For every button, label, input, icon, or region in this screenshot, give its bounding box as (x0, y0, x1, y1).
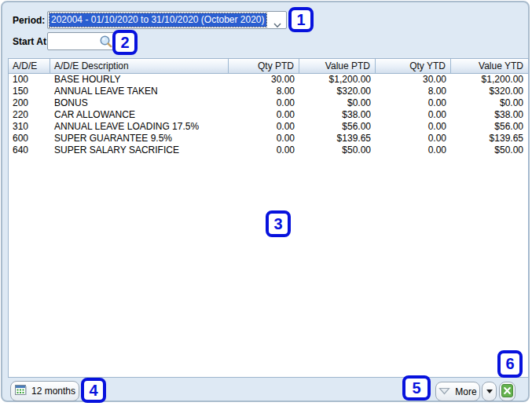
start-at-label: Start At: (13, 33, 50, 50)
table-row[interactable]: 150 ANNUAL LEAVE TAKEN 8.00 $320.00 8.00… (9, 86, 528, 97)
down-triangle-icon (438, 386, 450, 397)
cell-qty-ptd: 0.00 (229, 109, 299, 121)
period-combobox[interactable]: 202004 - 01/10/2020 to 31/10/2020 (Octob… (47, 11, 287, 29)
cell-description: ANNUAL LEAVE TAKEN (50, 86, 229, 97)
cell-qty-ptd: 0.00 (229, 97, 299, 109)
period-selected-value: 202004 - 01/10/2020 to 31/10/2020 (Octob… (50, 13, 266, 27)
column-header-value-ytd[interactable]: Value YTD (451, 59, 528, 73)
cell-value-ptd: $1,200.00 (299, 74, 376, 86)
twelve-months-button[interactable]: 12 months (10, 381, 79, 401)
cell-description: SUPER SALARY SACRIFICE (50, 144, 229, 156)
more-button[interactable]: More (435, 382, 480, 401)
cell-qty-ytd: 8.00 (376, 86, 451, 97)
annotation-callout-3: 3 (266, 210, 291, 237)
calendar-grid-icon (14, 384, 28, 398)
cell-description: SUPER GUARANTEE 9.5% (50, 133, 229, 144)
chevron-down-icon (273, 17, 281, 31)
cell-value-ytd: $139.65 (451, 133, 528, 144)
annotation-callout-5: 5 (402, 375, 431, 401)
cell-description: BASE HOURLY (50, 74, 229, 86)
cell-value-ytd: $38.00 (451, 109, 528, 121)
cell-qty-ptd: 30.00 (229, 74, 299, 86)
table-row[interactable]: 220 CAR ALLOWANCE 0.00 $38.00 0.00 $38.0… (9, 109, 528, 121)
cell-qty-ptd: 0.00 (229, 121, 299, 133)
cell-qty-ytd: 0.00 (376, 144, 451, 156)
cell-ade: 200 (9, 97, 50, 109)
cell-ade: 100 (9, 74, 50, 86)
annotation-callout-2: 2 (112, 30, 138, 55)
dropdown-arrow-icon (486, 390, 493, 393)
cell-value-ptd: $0.00 (299, 97, 376, 109)
cell-ade: 600 (9, 133, 50, 144)
cell-qty-ytd: 30.00 (376, 74, 451, 86)
excel-export-icon (501, 384, 513, 400)
grid-panel: Period: 202004 - 01/10/2020 to 31/10/202… (1, 1, 530, 402)
table-row[interactable]: 640 SUPER SALARY SACRIFICE 0.00 $50.00 0… (9, 144, 528, 156)
column-header-qty-ptd[interactable]: Qty PTD (229, 59, 299, 73)
table-header: A/D/E A/D/E Description Qty PTD Value PT… (9, 59, 528, 74)
cell-qty-ytd: 0.00 (376, 121, 451, 133)
cell-qty-ptd: 8.00 (229, 86, 299, 97)
cell-ade: 220 (9, 109, 50, 121)
annotation-callout-6: 6 (497, 350, 523, 378)
cell-value-ptd: $139.65 (299, 133, 376, 144)
column-header-description[interactable]: A/D/E Description (50, 59, 229, 73)
cell-value-ptd: $56.00 (299, 121, 376, 133)
table-row[interactable]: 200 BONUS 0.00 $0.00 0.00 $0.00 (9, 97, 528, 109)
column-header-value-ptd[interactable]: Value PTD (299, 59, 376, 73)
cell-value-ytd: $1,200.00 (451, 74, 528, 86)
cell-description: BONUS (50, 97, 229, 109)
cell-qty-ptd: 0.00 (229, 144, 299, 156)
cell-qty-ytd: 0.00 (376, 97, 451, 109)
cell-ade: 150 (9, 86, 50, 97)
excel-export-button[interactable] (499, 382, 515, 401)
twelve-months-label: 12 months (31, 386, 75, 397)
column-header-ade[interactable]: A/D/E (9, 59, 50, 73)
cell-value-ptd: $320.00 (299, 86, 376, 97)
column-header-qty-ytd[interactable]: Qty YTD (376, 59, 451, 73)
start-at-field (47, 32, 116, 50)
start-at-input[interactable] (50, 35, 97, 48)
cell-value-ptd: $38.00 (299, 109, 376, 121)
table-row[interactable]: 600 SUPER GUARANTEE 9.5% 0.00 $139.65 0.… (9, 133, 528, 144)
cell-value-ytd: $56.00 (451, 121, 528, 133)
period-label: Period: (13, 12, 45, 29)
magnifier-icon[interactable] (99, 35, 113, 52)
table-row[interactable]: 310 ANNUAL LEAVE LOADING 17.5% 0.00 $56.… (9, 121, 528, 133)
table-row[interactable]: 100 BASE HOURLY 30.00 $1,200.00 30.00 $1… (9, 74, 528, 86)
cell-qty-ytd: 0.00 (376, 109, 451, 121)
cell-value-ptd: $50.00 (299, 144, 376, 156)
more-dropdown-button[interactable] (482, 382, 497, 401)
more-button-label: More (455, 386, 476, 397)
cell-qty-ytd: 0.00 (376, 133, 451, 144)
annotation-callout-1: 1 (288, 7, 314, 32)
cell-qty-ptd: 0.00 (229, 133, 299, 144)
cell-value-ytd: $320.00 (451, 86, 528, 97)
cell-description: CAR ALLOWANCE (50, 109, 229, 121)
cell-ade: 310 (9, 121, 50, 133)
cell-value-ytd: $0.00 (451, 97, 528, 109)
annotation-callout-4: 4 (81, 378, 106, 403)
cell-value-ytd: $50.00 (451, 144, 528, 156)
cell-description: ANNUAL LEAVE LOADING 17.5% (50, 121, 229, 133)
cell-ade: 640 (9, 144, 50, 156)
